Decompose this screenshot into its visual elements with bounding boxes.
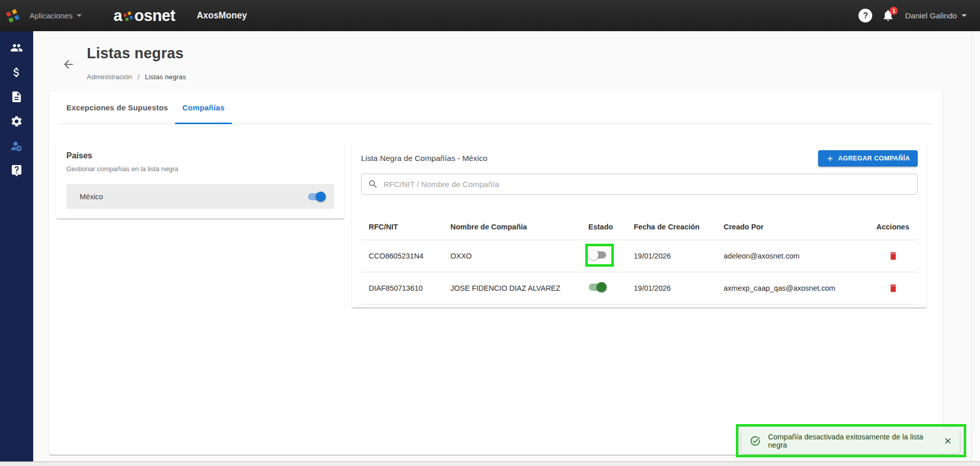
breadcrumb-current: Listas negras bbox=[145, 73, 186, 81]
user-menu-button[interactable]: Daniel Galindo bbox=[905, 11, 967, 20]
question-mark-icon: ? bbox=[863, 11, 868, 20]
country-row-mexico: México bbox=[66, 184, 334, 209]
applications-menu-label: Aplicaciones bbox=[30, 11, 73, 20]
add-company-button[interactable]: AGREGAR COMPAÑÍA bbox=[818, 150, 918, 167]
page-title: Listas negras bbox=[87, 45, 184, 62]
column-header-status: Estado bbox=[581, 223, 626, 231]
sidebar-item-documents[interactable] bbox=[0, 84, 33, 109]
column-header-rfc: RFC/NIT bbox=[361, 223, 443, 231]
back-button[interactable] bbox=[61, 58, 76, 72]
axosnet-logo[interactable]: a osnet bbox=[113, 7, 175, 25]
help-button[interactable]: ? bbox=[858, 9, 872, 22]
column-header-actions: Acciones bbox=[869, 223, 918, 231]
sidebar-item-help[interactable] bbox=[0, 158, 33, 182]
cell-company: OXXO bbox=[443, 252, 581, 260]
main-content-area: Listas negras Administración / Listas ne… bbox=[33, 31, 980, 466]
table-header-row: RFC/NIT Nombre de Compañía Estado Fecha … bbox=[361, 214, 918, 240]
people-icon bbox=[10, 41, 23, 54]
delete-company-button[interactable] bbox=[869, 283, 918, 293]
toast-message: Compañía desactivada exitosamente de la … bbox=[768, 433, 943, 449]
country-toggle-mexico[interactable] bbox=[307, 192, 326, 202]
table-row: DIAF850713610 JOSE FIDENCIO DIAZ ALVAREZ… bbox=[361, 272, 918, 305]
status-toggle-jose-fidencio[interactable] bbox=[588, 282, 607, 292]
countries-panel: Países Gestionar compañías en la lista n… bbox=[56, 143, 344, 219]
column-header-created-by: Creado Por bbox=[716, 223, 869, 231]
sidebar-item-user-management[interactable] bbox=[0, 133, 33, 158]
notifications-button[interactable]: 1 bbox=[881, 9, 896, 23]
toggle-knob bbox=[588, 250, 599, 260]
table-row: CCO8605231N4 OXXO 19/01/2026 adeleon@axo… bbox=[361, 240, 918, 272]
add-company-button-label: AGREGAR COMPAÑÍA bbox=[838, 155, 910, 162]
countries-panel-title: Países bbox=[66, 151, 92, 160]
country-name: México bbox=[80, 193, 103, 201]
sidebar-item-people[interactable] bbox=[0, 35, 33, 60]
trash-icon bbox=[888, 251, 898, 261]
left-sidebar bbox=[0, 31, 33, 461]
toggle-knob bbox=[596, 282, 607, 292]
applications-menu-button[interactable]: Aplicaciones bbox=[30, 11, 82, 20]
dollar-icon bbox=[10, 66, 23, 79]
cell-created-by: axmexp_caap_qas@axosnet.com bbox=[716, 284, 869, 292]
user-settings-icon bbox=[10, 139, 23, 152]
tab-companias[interactable]: Compañías bbox=[175, 91, 232, 124]
cell-rfc: DIAF850713610 bbox=[361, 284, 443, 292]
cell-created-by: adeleon@axosnet.com bbox=[716, 252, 869, 260]
logo-asterisk-icon bbox=[123, 11, 134, 22]
sidebar-item-money[interactable] bbox=[0, 60, 33, 84]
company-search-input[interactable] bbox=[384, 180, 911, 189]
cell-rfc: CCO8605231N4 bbox=[361, 252, 443, 260]
top-navigation-bar: Aplicaciones a osnet AxosMoney ? 1 Danie… bbox=[0, 0, 980, 31]
logo-text-prefix: a bbox=[113, 7, 122, 25]
logo-text-suffix: osnet bbox=[134, 7, 175, 25]
column-header-created-date: Fecha de Creación bbox=[626, 223, 716, 231]
column-header-company: Nombre de Compañía bbox=[443, 223, 581, 231]
trash-icon bbox=[888, 283, 898, 293]
notification-badge: 1 bbox=[890, 7, 898, 15]
company-blacklist-panel: Lista Negra de Compañías - México AGREGA… bbox=[352, 143, 927, 308]
company-search-box bbox=[361, 174, 918, 195]
plus-icon bbox=[826, 154, 834, 163]
success-toast: Compañía desactivada exitosamente de la … bbox=[742, 428, 960, 454]
document-icon bbox=[10, 90, 23, 103]
cell-company: JOSE FIDENCIO DIAZ ALVAREZ bbox=[443, 284, 581, 292]
horizontal-scrollbar[interactable] bbox=[0, 461, 980, 466]
check-circle-icon bbox=[750, 435, 761, 447]
vertical-scrollbar[interactable] bbox=[971, 31, 980, 461]
help-bubble-icon bbox=[10, 164, 23, 177]
toast-close-button[interactable] bbox=[943, 436, 952, 446]
countries-panel-subtitle: Gestionar compañías en la lista negra bbox=[66, 165, 178, 173]
sidebar-item-settings[interactable] bbox=[0, 109, 33, 133]
cell-created-date: 19/01/2026 bbox=[626, 252, 716, 260]
breadcrumb-parent[interactable]: Administración bbox=[87, 73, 132, 81]
cell-created-date: 19/01/2026 bbox=[626, 284, 716, 292]
toggle-knob bbox=[316, 192, 326, 202]
blacklists-card: Excepciones de Supuestos Compañías Paíse… bbox=[49, 91, 942, 455]
company-table: RFC/NIT Nombre de Compañía Estado Fecha … bbox=[361, 214, 918, 305]
close-icon bbox=[943, 436, 952, 446]
axosnet-pinwheel-icon bbox=[5, 8, 20, 24]
blacklist-panel-title: Lista Negra de Compañías - México bbox=[361, 154, 487, 163]
status-toggle-oxxo[interactable] bbox=[588, 250, 607, 260]
arrow-back-icon bbox=[62, 58, 75, 71]
search-icon bbox=[368, 179, 378, 190]
caret-down-icon bbox=[77, 14, 82, 17]
tab-bar: Excepciones de Supuestos Compañías bbox=[49, 91, 942, 124]
delete-company-button[interactable] bbox=[869, 251, 918, 261]
breadcrumb-separator: / bbox=[137, 73, 139, 81]
tab-excepciones-de-supuestos[interactable]: Excepciones de Supuestos bbox=[59, 91, 175, 124]
breadcrumb: Administración / Listas negras bbox=[87, 73, 186, 81]
user-name: Daniel Galindo bbox=[905, 11, 957, 20]
gear-icon bbox=[10, 115, 23, 128]
caret-down-icon bbox=[962, 14, 967, 17]
app-name: AxosMoney bbox=[197, 10, 247, 21]
